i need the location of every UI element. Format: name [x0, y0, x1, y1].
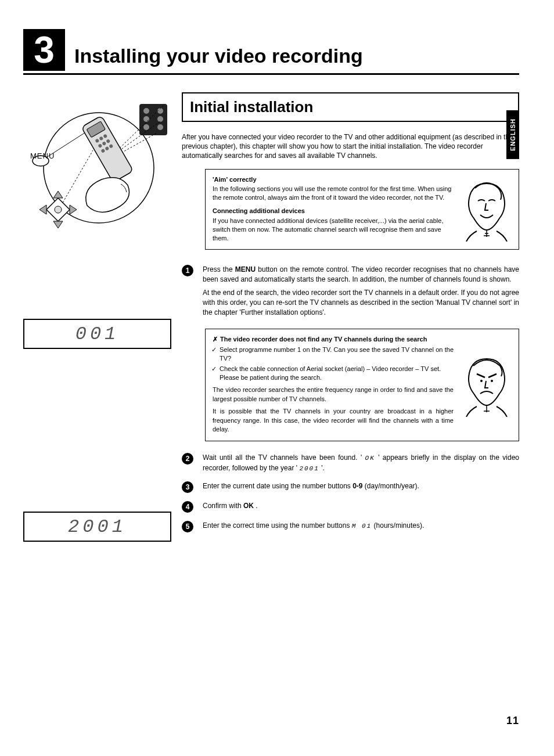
step-1: 1 Press the MENU button on the remote co… — [182, 265, 519, 317]
step-number-2: 2 — [182, 453, 193, 465]
svg-marker-29 — [70, 205, 77, 214]
step-5-text: Enter the correct time using the number … — [203, 521, 519, 532]
step-number-4: 4 — [182, 501, 193, 513]
svg-point-25 — [55, 206, 62, 213]
left-column: MENU — [23, 92, 171, 542]
language-tab: ENGLISH — [506, 110, 519, 159]
trouble-heading: ✗The video recorder does not find any TV… — [213, 335, 512, 344]
page-number: 11 — [506, 715, 519, 727]
step-number-1: 1 — [182, 265, 193, 276]
svg-marker-26 — [53, 191, 63, 198]
step-5: 5 Enter the correct time using the numbe… — [182, 521, 519, 532]
svg-point-32 — [491, 380, 493, 382]
svg-point-4 — [143, 108, 149, 114]
step-3: 3 Enter the current date using the numbe… — [182, 481, 519, 493]
menu-label: MENU — [30, 152, 55, 160]
chapter-title: Installing your video recording — [74, 45, 363, 71]
remote-illustration: MENU — [23, 98, 171, 237]
section-title: Initial installation — [182, 92, 519, 122]
tip-box-aim: 'Aim' correctly In the following section… — [205, 169, 519, 250]
right-column: Initial installation After you have conn… — [182, 92, 519, 542]
step-2: 2 Wait until all the TV channels have be… — [182, 453, 519, 473]
step-number-3: 3 — [182, 481, 193, 493]
steps-list: 1 Press the MENU button on the remote co… — [182, 265, 519, 532]
happy-face-icon — [461, 178, 513, 242]
svg-point-9 — [157, 124, 163, 130]
svg-point-6 — [143, 116, 149, 122]
svg-point-31 — [480, 380, 483, 382]
svg-point-8 — [143, 124, 149, 130]
step-3-text: Enter the current date using the number … — [203, 481, 519, 493]
chapter-header: 3 Installing your video recording — [23, 29, 519, 75]
step-4: 4 Confirm with OK . — [182, 501, 519, 513]
step-2-text: Wait until all the TV channels have been… — [203, 453, 519, 473]
step-number-5: 5 — [182, 521, 193, 532]
step-4-text: Confirm with OK . — [203, 501, 519, 513]
lcd-display-1: 001 — [23, 319, 171, 349]
worried-face-icon — [461, 353, 513, 417]
chapter-number: 3 — [23, 29, 65, 71]
troubleshoot-box: ✗The video recorder does not find any TV… — [205, 329, 519, 441]
svg-marker-27 — [53, 221, 63, 228]
lcd-display-2: 2001 — [23, 512, 171, 542]
intro-text: After you have connected your video reco… — [182, 132, 519, 161]
step-1-text: Press the MENU button on the remote cont… — [203, 265, 519, 317]
svg-point-7 — [157, 116, 163, 122]
svg-marker-28 — [39, 205, 46, 214]
